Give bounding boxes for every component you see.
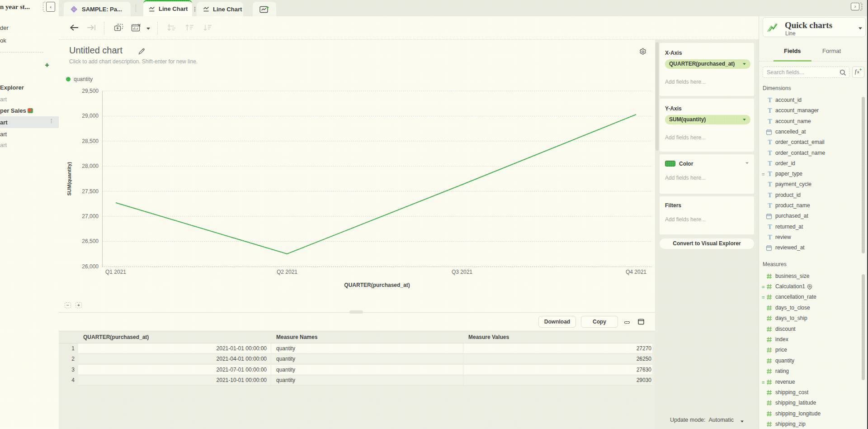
svg-text:SUM(quantity): SUM(quantity) (66, 162, 72, 195)
svg-text:QUARTER(purchased_at): QUARTER(purchased_at) (344, 282, 410, 288)
svg-text:29,500: 29,500 (82, 88, 99, 94)
svg-text:27,500: 27,500 (82, 188, 99, 195)
svg-text:27,000: 27,000 (82, 213, 99, 219)
svg-text:28,000: 28,000 (82, 163, 99, 169)
svg-text:26,500: 26,500 (82, 238, 99, 244)
svg-text:Q3 2021: Q3 2021 (452, 269, 472, 275)
svg-text:28,500: 28,500 (82, 138, 99, 144)
svg-text:Q1 2021: Q1 2021 (105, 269, 126, 275)
svg-text:29,000: 29,000 (82, 113, 99, 119)
svg-text:Q2 2021: Q2 2021 (277, 269, 297, 275)
svg-text:Q4 2021: Q4 2021 (626, 269, 646, 275)
svg-text:26,000: 26,000 (82, 263, 99, 270)
